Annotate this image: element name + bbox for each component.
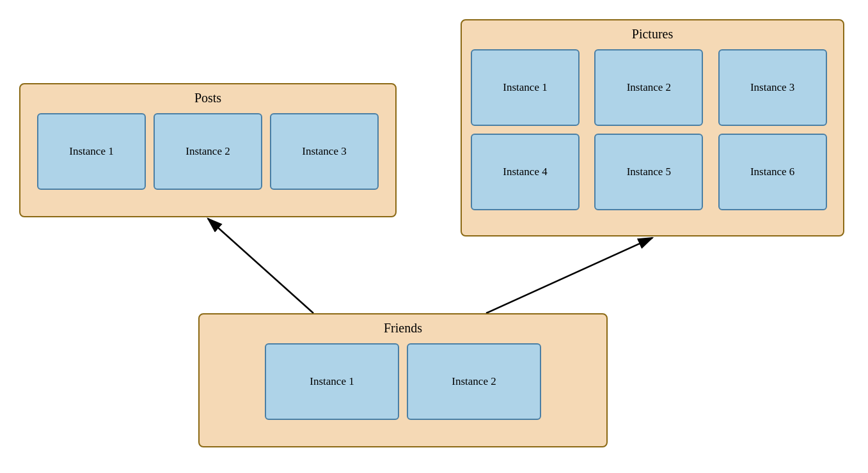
posts-instance-2: Instance 2 [154, 113, 262, 190]
pictures-instance-3: Instance 3 [718, 49, 827, 126]
arrow-friends-to-posts [208, 219, 313, 313]
pictures-group: Pictures Instance 1 Instance 2 Instance … [461, 19, 844, 236]
pictures-instance-5: Instance 5 [594, 134, 703, 210]
posts-instances-row: Instance 1 Instance 2 Instance 3 [29, 113, 386, 190]
diagram-container: Posts Instance 1 Instance 2 Instance 3 P… [0, 0, 868, 473]
friends-instance-2: Instance 2 [407, 343, 541, 420]
pictures-instance-1: Instance 1 [471, 49, 580, 126]
pictures-instances-grid: Instance 1 Instance 2 Instance 3 Instanc… [471, 49, 834, 210]
pictures-title: Pictures [471, 27, 834, 42]
pictures-instance-2: Instance 2 [594, 49, 703, 126]
friends-title: Friends [209, 321, 597, 336]
posts-instance-3: Instance 3 [270, 113, 379, 190]
arrow-friends-to-pictures [486, 238, 652, 313]
friends-instances-row: Instance 1 Instance 2 [209, 343, 597, 420]
posts-group: Posts Instance 1 Instance 2 Instance 3 [19, 83, 397, 217]
pictures-instance-6: Instance 6 [718, 134, 827, 210]
posts-title: Posts [29, 91, 386, 105]
pictures-instance-4: Instance 4 [471, 134, 580, 210]
friends-group: Friends Instance 1 Instance 2 [198, 313, 608, 447]
posts-instance-1: Instance 1 [37, 113, 146, 190]
friends-instance-1: Instance 1 [265, 343, 399, 420]
